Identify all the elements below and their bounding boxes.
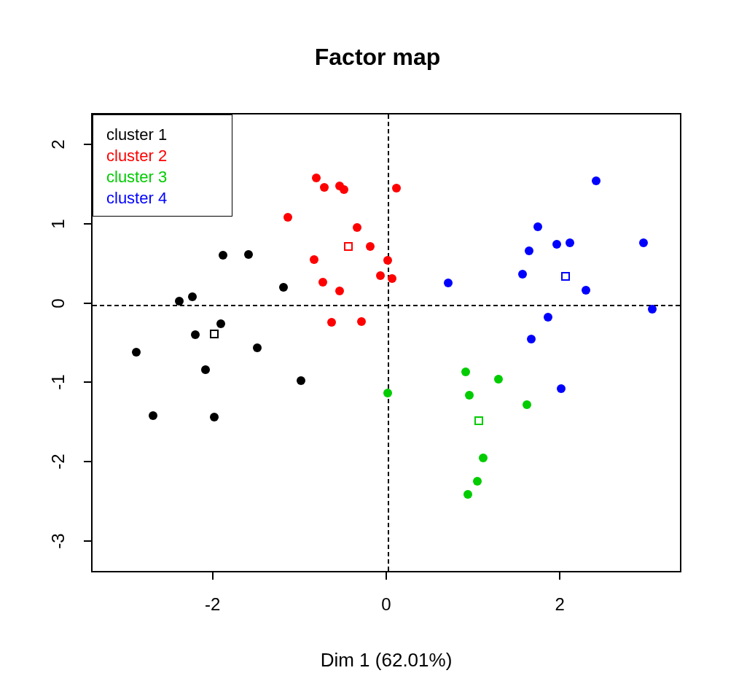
x-tick-mark [559, 572, 560, 580]
legend-item-4: cluster 4 [106, 187, 219, 209]
legend-item-2: cluster 2 [106, 145, 219, 166]
legend-label: cluster 3 [106, 168, 167, 186]
y-tick-label: 2 [48, 130, 69, 159]
data-point [557, 384, 566, 393]
legend-label: cluster 2 [106, 147, 167, 165]
data-point [327, 318, 336, 327]
legend-item-3: cluster 3 [106, 166, 219, 187]
x-axis-label: Dim 1 (62.01%) [91, 649, 681, 672]
centroid-marker [561, 272, 570, 281]
data-point [210, 413, 219, 421]
data-point [132, 348, 141, 357]
data-point [648, 305, 657, 314]
data-point [463, 490, 472, 499]
data-point [582, 286, 590, 295]
data-point [383, 389, 392, 397]
data-point [357, 317, 366, 326]
data-point [253, 343, 262, 352]
data-point [479, 454, 488, 462]
data-point [383, 256, 392, 265]
chart-title: Factor map [0, 44, 755, 71]
x-tick-label: 0 [381, 594, 391, 615]
data-point [353, 223, 361, 232]
zero-line-vertical [388, 114, 389, 571]
data-point [340, 185, 348, 194]
data-point [219, 251, 227, 260]
data-point [310, 255, 318, 264]
data-point [244, 250, 253, 259]
data-point [320, 183, 329, 192]
data-point [552, 240, 561, 249]
data-point [279, 283, 288, 292]
data-point [149, 411, 157, 420]
data-point [297, 376, 305, 385]
data-point [592, 176, 601, 185]
y-tick-label: 1 [48, 209, 69, 238]
y-tick-mark [84, 540, 91, 542]
data-point [566, 238, 574, 247]
data-point [388, 274, 396, 283]
x-tick-mark [386, 572, 387, 580]
y-tick-mark [84, 144, 91, 145]
data-point [201, 365, 210, 374]
data-point [461, 368, 470, 376]
x-tick-label: 2 [555, 594, 565, 615]
data-point [188, 292, 197, 301]
y-tick-mark [84, 381, 91, 383]
legend-item-1: cluster 1 [106, 124, 219, 145]
data-point [494, 375, 503, 384]
legend-label: cluster 4 [106, 189, 167, 207]
data-point [191, 330, 200, 339]
data-point [533, 222, 542, 231]
data-point [465, 391, 474, 400]
data-point [544, 313, 552, 322]
centroid-marker [344, 242, 353, 251]
y-tick-label: -1 [48, 368, 69, 397]
x-tick-label: -2 [205, 594, 220, 615]
y-tick-mark [84, 303, 91, 304]
x-tick-mark [212, 572, 214, 580]
y-tick-label: -3 [48, 526, 69, 556]
data-point [366, 242, 375, 251]
y-tick-mark [84, 223, 91, 225]
y-tick-label: -2 [48, 447, 69, 476]
y-tick-mark [84, 461, 91, 462]
data-point [318, 278, 327, 287]
data-point [335, 287, 344, 295]
data-point [525, 246, 533, 255]
data-point [518, 270, 527, 279]
legend-label: cluster 1 [106, 125, 167, 144]
data-point [527, 335, 536, 343]
plot-area: cluster 1 cluster 2 cluster 3 cluster 4 [91, 113, 681, 572]
data-point [392, 184, 401, 192]
legend: cluster 1 cluster 2 cluster 3 cluster 4 [93, 114, 232, 217]
data-point [175, 297, 184, 306]
data-point [216, 319, 225, 328]
y-tick-label: 0 [48, 289, 69, 318]
centroid-marker [210, 330, 219, 338]
data-point [376, 271, 385, 280]
data-point [312, 174, 321, 182]
data-point [283, 213, 292, 222]
data-point [473, 477, 482, 486]
centroid-marker [474, 416, 483, 425]
data-point [444, 279, 453, 287]
factor-map-chart: Factor map cluster 1 cluster 2 cluster 3… [0, 0, 755, 700]
data-point [639, 238, 648, 247]
data-point [523, 400, 531, 409]
